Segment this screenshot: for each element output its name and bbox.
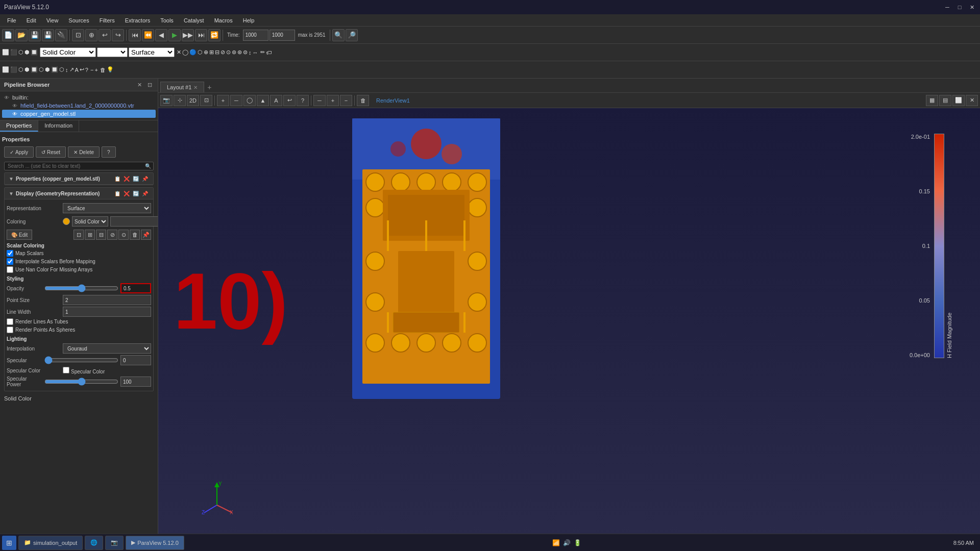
coloring-select[interactable]: Solid Color bbox=[72, 216, 108, 227]
save-state-button[interactable]: 💾 bbox=[42, 29, 54, 41]
color-select2[interactable] bbox=[97, 47, 128, 57]
colormap-btn7[interactable]: 📌 bbox=[141, 230, 151, 240]
specular-slider[interactable] bbox=[44, 357, 118, 364]
taskbar-item-chrome[interactable]: 🌐 bbox=[85, 536, 103, 550]
new-button[interactable]: 📄 bbox=[2, 29, 14, 41]
menu-filters[interactable]: Filters bbox=[94, 16, 120, 24]
view-tool9[interactable]: − bbox=[340, 95, 352, 106]
time-input[interactable] bbox=[243, 30, 268, 41]
tb3-btn2[interactable]: ⬛ bbox=[10, 66, 17, 73]
close-button[interactable]: ✕ bbox=[968, 3, 976, 11]
menu-file[interactable]: File bbox=[2, 16, 21, 24]
view-tool8[interactable]: + bbox=[327, 95, 339, 106]
tb3-minus[interactable]: − bbox=[90, 67, 93, 73]
render-content[interactable]: 10) bbox=[158, 108, 980, 551]
pipeline-item-hfield[interactable]: 👁 hfield_field-between1.land_2_000000000… bbox=[2, 102, 156, 110]
display-icon2[interactable]: ❌ bbox=[122, 189, 131, 197]
taskbar-start[interactable]: ⊞ bbox=[2, 536, 16, 550]
edit-colormap-button[interactable]: 🎨 Edit bbox=[7, 230, 32, 240]
tb2-tag[interactable]: 🏷 bbox=[266, 49, 272, 56]
view-trash[interactable]: 🗑 bbox=[357, 95, 369, 106]
tb3-btn3[interactable]: ⬡ bbox=[18, 66, 23, 73]
taskbar-item-camera[interactable]: 📷 bbox=[105, 536, 124, 550]
view-layout-1[interactable]: ▦ bbox=[926, 95, 938, 106]
section-copper-icon3[interactable]: 🔄 bbox=[132, 174, 140, 183]
coloring-select2[interactable] bbox=[110, 216, 158, 227]
line-width-input[interactable] bbox=[63, 307, 151, 317]
taskbar-item-paraview[interactable]: ▶ ParaView 5.12.0 bbox=[126, 536, 184, 550]
add-tab-button[interactable]: + bbox=[204, 82, 214, 92]
opacity-input[interactable] bbox=[120, 283, 151, 293]
play-fwd[interactable]: ▶▶ bbox=[182, 29, 194, 41]
section-copper-icon4[interactable]: 📌 bbox=[141, 174, 149, 183]
nan-color-checkbox[interactable] bbox=[7, 266, 13, 273]
tb3-btn14[interactable]: ? bbox=[85, 67, 88, 73]
tb3-light[interactable]: 💡 bbox=[107, 66, 114, 73]
section-display-header[interactable]: ▼ Display (GeometryRepresentation) 📋 ❌ 🔄… bbox=[5, 188, 153, 199]
menu-help[interactable]: Help bbox=[238, 16, 260, 24]
tb2-tool9[interactable]: ⊙ bbox=[226, 49, 231, 56]
colormap-btn1[interactable]: ⊡ bbox=[74, 230, 84, 240]
play-loop[interactable]: 🔁 bbox=[208, 29, 220, 41]
menu-tools[interactable]: Tools bbox=[155, 16, 179, 24]
tab-information[interactable]: Information bbox=[38, 120, 79, 132]
search-input[interactable] bbox=[5, 162, 143, 170]
interpolation-select[interactable]: Gouraud Flat PBR bbox=[63, 343, 151, 354]
tb2-tool3[interactable]: 🔵 bbox=[189, 49, 197, 56]
tb2-btn2[interactable]: ⬛ bbox=[10, 49, 17, 56]
view-tool5[interactable]: ↩ bbox=[283, 95, 296, 106]
point-size-input[interactable] bbox=[63, 295, 151, 305]
tb2-tool10[interactable]: ⊚ bbox=[232, 49, 236, 56]
tb2-tool12[interactable]: ⊜ bbox=[243, 49, 248, 56]
render-points-checkbox[interactable] bbox=[7, 327, 13, 333]
open-button[interactable]: 📂 bbox=[15, 29, 28, 41]
tb3-btn6[interactable]: ⬡ bbox=[39, 66, 44, 73]
tb3-btn12[interactable]: A bbox=[75, 67, 79, 73]
reset-camera[interactable]: ⊡ bbox=[72, 29, 84, 41]
specular-color-checkbox[interactable] bbox=[63, 367, 69, 373]
view-tool7[interactable]: ─ bbox=[313, 95, 326, 106]
solid-color-select[interactable]: Solid Color bbox=[40, 47, 96, 57]
pipeline-float-icon[interactable]: ⊡ bbox=[145, 81, 154, 89]
specular-power-slider[interactable] bbox=[44, 378, 118, 385]
play-end[interactable]: ⏭ bbox=[195, 29, 207, 41]
tb3-btn4[interactable]: ⬢ bbox=[24, 66, 30, 73]
render-lines-checkbox[interactable] bbox=[7, 318, 13, 325]
play-button[interactable]: ▶ bbox=[168, 29, 181, 41]
view-tool4[interactable]: A bbox=[270, 95, 282, 106]
time-input2[interactable] bbox=[270, 30, 295, 41]
delete-button[interactable]: ✕ Delete bbox=[68, 146, 100, 158]
colormap-btn2[interactable]: ⊞ bbox=[85, 230, 95, 240]
tb3-btn7[interactable]: ⬢ bbox=[45, 66, 50, 73]
tb2-tool2[interactable]: ◯ bbox=[182, 49, 188, 56]
tb2-btn4[interactable]: ⬢ bbox=[24, 49, 30, 56]
menu-catalyst[interactable]: Catalyst bbox=[179, 16, 209, 24]
section-copper-header[interactable]: ▼ Properties (copper_gen_model.stl) 📋 ❌ … bbox=[5, 173, 153, 185]
view-tool1[interactable]: ─ bbox=[230, 95, 242, 106]
connect-button[interactable]: 🔌 bbox=[55, 29, 67, 41]
tb3-btn5[interactable]: 🔲 bbox=[31, 66, 38, 73]
tb3-btn9[interactable]: ⬡ bbox=[59, 66, 64, 73]
colormap-btn4[interactable]: ⊘ bbox=[107, 230, 117, 240]
view-tool2[interactable]: ◯ bbox=[243, 95, 256, 106]
reset-button[interactable]: ↺ Reset bbox=[36, 146, 66, 158]
tb2-pencil[interactable]: ✏ bbox=[260, 49, 265, 56]
tb2-btn3[interactable]: ⬡ bbox=[18, 49, 23, 56]
help-button[interactable]: ? bbox=[102, 146, 116, 158]
colormap-btn3[interactable]: ⊟ bbox=[96, 230, 106, 240]
tb3-delete[interactable]: 🗑 bbox=[100, 67, 106, 73]
view-reset[interactable]: ⊡ bbox=[200, 95, 212, 106]
opacity-slider[interactable] bbox=[44, 285, 118, 292]
zoom-in[interactable]: 🔍 bbox=[332, 29, 345, 41]
tb3-btn10[interactable]: ↕ bbox=[65, 67, 68, 73]
tb2-btn5[interactable]: 🔲 bbox=[31, 49, 38, 56]
tb2-tool7[interactable]: ⊟ bbox=[215, 49, 219, 56]
minimize-button[interactable]: ─ bbox=[943, 3, 951, 11]
redo-button[interactable]: ↪ bbox=[112, 29, 124, 41]
colormap-btn6[interactable]: 🗑 bbox=[130, 230, 140, 240]
tb3-btn11[interactable]: ↗ bbox=[69, 66, 74, 73]
tb2-btn1[interactable]: ⬜ bbox=[2, 49, 9, 56]
view-plus[interactable]: + bbox=[217, 95, 229, 106]
tb3-btn1[interactable]: ⬜ bbox=[2, 66, 9, 73]
tb2-tool1[interactable]: ✕ bbox=[177, 49, 181, 56]
